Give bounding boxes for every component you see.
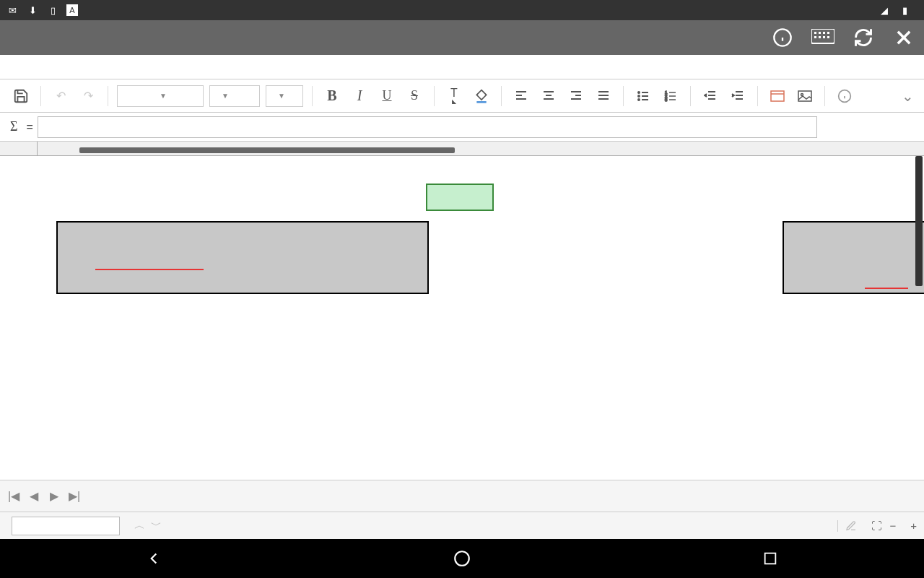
project-date-box: [783, 221, 924, 294]
svg-point-52: [455, 551, 469, 566]
vertical-scrollbar[interactable]: [915, 156, 923, 286]
close-icon[interactable]: [892, 26, 915, 49]
bold-button[interactable]: B: [321, 85, 343, 107]
save-icon[interactable]: [10, 85, 32, 107]
indent-button[interactable]: [727, 85, 749, 107]
search-input[interactable]: [12, 517, 120, 535]
font-size-select[interactable]: ▼: [266, 85, 303, 107]
refresh-icon[interactable]: [852, 26, 875, 49]
svg-rect-4: [814, 32, 816, 34]
battery-icon: ▮: [898, 4, 911, 17]
formula-input[interactable]: [38, 116, 817, 138]
undo-button[interactable]: ↶: [50, 85, 71, 107]
zoom-out-button[interactable]: −: [889, 519, 896, 532]
horizontal-scrollbar[interactable]: [79, 147, 924, 153]
app-header: [0, 20, 924, 55]
app-icon: A: [66, 4, 78, 16]
insert-image-button[interactable]: [794, 85, 816, 107]
svg-rect-10: [823, 36, 825, 38]
svg-rect-9: [819, 36, 821, 38]
svg-text:3: 3: [665, 98, 668, 102]
fill-color-button[interactable]: [471, 85, 492, 107]
status-bar: ︿ ﹀ ⛶ − +: [0, 512, 924, 539]
svg-point-27: [638, 92, 640, 93]
svg-point-29: [638, 95, 640, 97]
project-name-label: [87, 257, 204, 274]
menu-bar: [0, 55, 924, 79]
download-icon: ⬇: [26, 4, 39, 17]
svg-rect-7: [827, 32, 829, 34]
recent-button[interactable]: [759, 547, 782, 570]
crop-icon[interactable]: ⛶: [871, 519, 882, 532]
tab-first-button[interactable]: |◀: [6, 486, 22, 507]
svg-rect-8: [814, 36, 816, 38]
svg-rect-53: [764, 553, 775, 564]
italic-button[interactable]: I: [349, 85, 370, 107]
svg-rect-45: [771, 91, 784, 101]
svg-point-31: [638, 99, 640, 100]
underline-button[interactable]: U: [376, 85, 398, 107]
align-left-button[interactable]: [510, 85, 532, 107]
total-value-cell[interactable]: [426, 184, 494, 211]
svg-rect-5: [819, 32, 821, 34]
sheet-tab-bar: |◀ ◀ ▶ ▶|: [0, 480, 924, 512]
equals-label: =: [26, 121, 32, 134]
tab-prev-button[interactable]: ◀: [26, 486, 42, 507]
bullet-list-button[interactable]: [632, 85, 654, 107]
number-list-button[interactable]: 123: [660, 85, 681, 107]
svg-point-48: [801, 93, 803, 95]
spreadsheet-grid[interactable]: [0, 142, 924, 480]
redo-button[interactable]: ↷: [77, 85, 99, 107]
search-prev-button[interactable]: ︿: [134, 519, 145, 532]
zoom-in-button[interactable]: +: [910, 519, 917, 532]
keyboard-icon[interactable]: [811, 26, 834, 49]
font-select[interactable]: ▼: [209, 85, 260, 107]
svg-rect-6: [823, 32, 825, 34]
align-justify-button[interactable]: [593, 85, 614, 107]
sigma-icon[interactable]: Σ: [6, 119, 22, 134]
date-label: [856, 276, 908, 293]
svg-rect-47: [798, 91, 811, 101]
strikethrough-button[interactable]: S: [404, 85, 425, 107]
outdent-button[interactable]: [699, 85, 721, 107]
insert-table-button[interactable]: [767, 85, 788, 107]
sd-icon: ▯: [46, 4, 59, 17]
search-next-button[interactable]: ﹀: [151, 519, 162, 532]
toolbar: ↶ ↷ ▼ ▼ ▼ B I U S T◣ 123 ⌄: [0, 79, 924, 113]
project-info-box: [56, 221, 429, 294]
align-right-button[interactable]: [565, 85, 587, 107]
back-button[interactable]: [142, 547, 165, 570]
info-icon[interactable]: [771, 26, 794, 49]
style-select[interactable]: ▼: [117, 85, 204, 107]
signal-icon: ◢: [878, 4, 891, 17]
svg-rect-11: [827, 36, 829, 38]
collapse-toolbar-icon[interactable]: ⌄: [902, 87, 914, 105]
font-color-button[interactable]: T◣: [443, 85, 465, 107]
home-button[interactable]: [450, 547, 474, 570]
formula-bar: Σ =: [0, 113, 924, 142]
tab-next-button[interactable]: ▶: [46, 486, 62, 507]
android-status-bar: ✉ ⬇ ▯ A ◢ ▮: [0, 0, 924, 20]
tab-last-button[interactable]: ▶|: [66, 486, 82, 507]
android-nav-bar: [0, 539, 924, 578]
help-icon[interactable]: [834, 85, 855, 107]
mail-icon: ✉: [6, 4, 19, 17]
edit-mode-badge[interactable]: [837, 520, 860, 532]
align-center-button[interactable]: [538, 85, 559, 107]
